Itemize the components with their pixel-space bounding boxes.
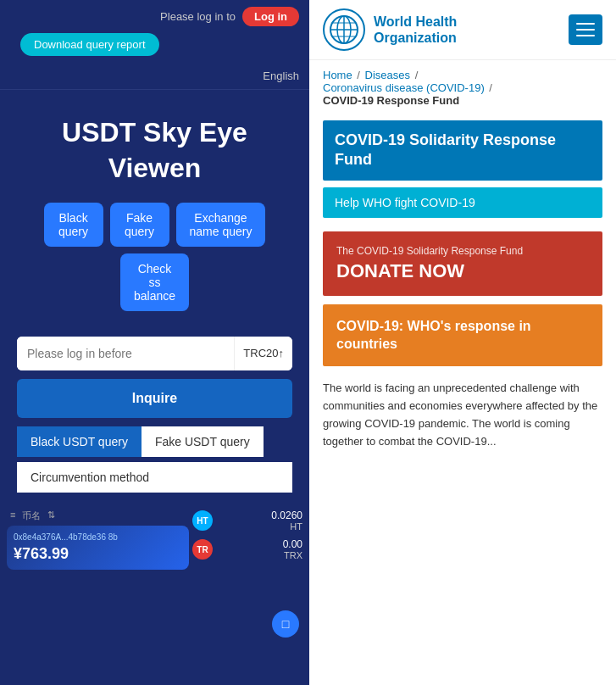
eth-address: 0x8e4a376A...4b78de36 8b [14, 532, 182, 542]
breadcrumb-sep-3: / [489, 81, 492, 94]
hamburger-line-3 [576, 35, 595, 36]
response-title: COVID-19: WHO's response in countries [336, 318, 589, 354]
language-label: English [263, 70, 299, 82]
trx-price-value: 0.00 [283, 538, 302, 550]
header-sort: ⇅ [47, 510, 55, 522]
black-query-button[interactable]: Blackquery [44, 203, 103, 247]
who-logo-area: World Health Organization [323, 8, 457, 51]
eth-card: 0x8e4a376A...4b78de36 8b ¥763.99 [7, 526, 189, 570]
who-header: World Health Organization [309, 0, 616, 60]
ht-label: HT [271, 521, 302, 532]
tab-row: Black USDT query Fake USDT query [17, 426, 292, 457]
breadcrumb-covid19[interactable]: Coronavirus disease (COVID-19) [323, 81, 485, 94]
right-panel: World Health Organization Home / Disease… [309, 0, 616, 685]
download-report-button[interactable]: Download query report [20, 33, 159, 56]
fake-query-button[interactable]: Fakequery [110, 203, 169, 247]
trx-row: TR 0.00 TRX [192, 537, 302, 562]
breadcrumb-current: COVID-19 Response Fund [323, 94, 459, 107]
donate-small-text: The COVID-19 Solidarity Response Fund [336, 245, 589, 257]
solidarity-banner: COVID-19 Solidarity Response Fund [323, 120, 602, 181]
query-buttons-group: Blackquery Fakequery Exchangename query … [0, 203, 309, 328]
black-usdt-tab[interactable]: Black USDT query [17, 426, 142, 457]
crypto-table: ≡ 币名 ⇅ 0x8e4a376A...4b78de36 8b ¥763.99 … [0, 504, 309, 685]
help-who-button[interactable]: Help WHO fight COVID-19 [323, 187, 602, 218]
breadcrumb-sep-2: / [415, 69, 419, 81]
exchange-name-query-button[interactable]: Exchangename query [176, 203, 266, 247]
eth-price: ¥763.99 [14, 545, 182, 563]
body-text: The world is facing an unprecedented cha… [323, 380, 602, 450]
table-header: ≡ 币名 ⇅ [7, 508, 189, 524]
log-in-button[interactable]: Log in [242, 7, 299, 26]
ht-row: HT 0.0260 HT [192, 508, 302, 533]
ht-price: 0.0260 HT [271, 510, 302, 532]
donate-title: DONATE NOW [336, 260, 589, 282]
header-icon: ≡ [10, 510, 15, 522]
who-globe-icon [329, 14, 359, 45]
language-bar: English [0, 66, 309, 90]
trx-label: TRX [283, 550, 302, 560]
breadcrumb-diseases[interactable]: Diseases [365, 69, 410, 81]
trx-icon: TR [192, 539, 213, 560]
circle-action-button[interactable]: □ [272, 610, 299, 638]
ht-price-value: 0.0260 [271, 510, 302, 521]
inquire-button[interactable]: Inquire [17, 379, 292, 418]
hamburger-menu-button[interactable] [569, 14, 602, 45]
response-card: COVID-19: WHO's response in countries [323, 304, 602, 367]
trc-badge: TRC20↑ [234, 337, 292, 370]
fake-usdt-tab[interactable]: Fake USDT query [142, 426, 264, 457]
app-title: USDT Sky Eye Viewen [17, 115, 292, 186]
hamburger-line-2 [576, 29, 595, 31]
address-input-row: TRC20↑ [17, 337, 292, 370]
circumvention-method-row: Circumvention method [17, 462, 292, 493]
who-name: World Health Organization [374, 14, 457, 46]
hamburger-line-1 [576, 23, 595, 25]
who-logo [323, 8, 365, 51]
input-section: TRC20↑ Inquire Black USDT query Fake USD… [0, 328, 309, 504]
crypto-table-left: ≡ 币名 ⇅ 0x8e4a376A...4b78de36 8b ¥763.99 [7, 508, 189, 682]
address-input[interactable] [17, 337, 234, 370]
breadcrumb-sep-1: / [357, 69, 363, 81]
crypto-table-right: HT 0.0260 HT TR 0.00 TRX [192, 508, 302, 682]
donate-card: The COVID-19 Solidarity Response Fund DO… [323, 231, 602, 296]
check-balance-button[interactable]: Checkssbalance [120, 253, 189, 311]
top-bar: Please log in to Log in [0, 0, 309, 33]
ht-icon: HT [192, 510, 213, 531]
left-panel: Please log in to Log in Download query r… [0, 0, 309, 685]
breadcrumb-home[interactable]: Home [323, 69, 352, 81]
trx-price: 0.00 TRX [283, 538, 302, 560]
header-name: 币名 [22, 510, 41, 522]
please-log-text: Please log in to [160, 10, 236, 23]
breadcrumb: Home / Diseases / Coronavirus disease (C… [309, 60, 616, 112]
